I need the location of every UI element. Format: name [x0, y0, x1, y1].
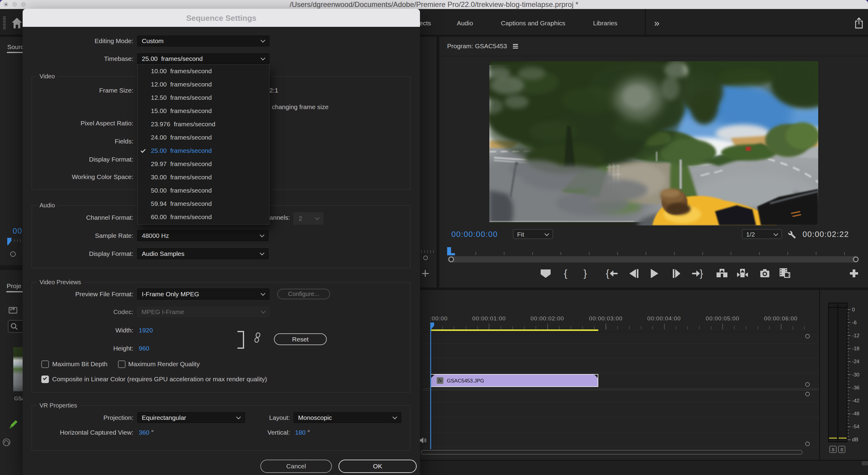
svg-text:{: {	[564, 267, 567, 279]
svg-text:}: }	[700, 267, 703, 279]
svg-text:{: {	[606, 267, 609, 279]
svg-text:}: }	[584, 267, 587, 279]
